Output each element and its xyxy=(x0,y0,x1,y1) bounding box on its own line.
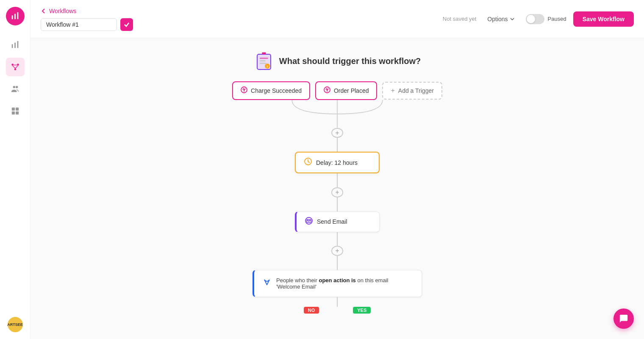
not-saved-label: Not saved yet xyxy=(443,16,477,22)
condition-bold: open action is xyxy=(319,277,355,283)
sidebar-item-workflows[interactable] xyxy=(6,58,25,76)
add-step-2[interactable]: + xyxy=(331,187,343,197)
back-link[interactable]: Workflows xyxy=(41,8,76,14)
svg-line-11 xyxy=(15,66,18,68)
svg-point-12 xyxy=(13,86,15,89)
connector-line-6 xyxy=(337,297,338,307)
email-step[interactable]: Send Email xyxy=(295,211,380,232)
add-step-3[interactable]: + xyxy=(331,246,343,256)
save-workflow-button[interactable]: Save Workflow xyxy=(573,11,634,27)
paused-toggle-wrap: Paused xyxy=(526,14,566,24)
add-step-1[interactable]: + xyxy=(331,128,343,138)
connector-line-4 xyxy=(337,232,338,246)
connector-line-1 xyxy=(337,138,338,152)
add-trigger-label: Add a Trigger xyxy=(398,87,434,94)
sidebar: ARTSEE xyxy=(0,0,31,339)
svg-rect-16 xyxy=(11,111,14,114)
delay-icon xyxy=(304,158,312,167)
svg-rect-17 xyxy=(15,111,18,114)
add-trigger-plus-icon: + xyxy=(391,87,394,94)
svg-point-7 xyxy=(17,64,19,66)
svg-text:!: ! xyxy=(266,65,268,69)
trigger-title: What should trigger this workflow? xyxy=(279,56,421,66)
trigger-nodes-row: Charge Succeeded Order Placed + Add a Tr… xyxy=(232,81,442,100)
svg-rect-21 xyxy=(260,60,266,61)
main-area: Workflows Not saved yet Options xyxy=(31,0,644,339)
options-button[interactable]: Options xyxy=(483,13,519,25)
trigger-order-placed[interactable]: Order Placed xyxy=(315,81,377,100)
sidebar-avatar[interactable]: ARTSEE xyxy=(8,317,23,332)
sidebar-item-analytics[interactable] xyxy=(6,36,25,54)
order-label: Order Placed xyxy=(334,87,369,94)
workflow-name-input[interactable] xyxy=(41,18,117,31)
workflow-name-row xyxy=(41,18,133,31)
sidebar-item-products[interactable] xyxy=(6,102,25,120)
svg-rect-4 xyxy=(14,43,16,48)
condition-text: People who their open action is on this … xyxy=(276,277,388,290)
svg-rect-14 xyxy=(11,108,14,111)
email-icon xyxy=(305,217,313,227)
confirm-name-button[interactable] xyxy=(120,18,133,31)
svg-rect-2 xyxy=(17,12,18,19)
header-right: Not saved yet Options Paused Save Workfl… xyxy=(443,11,634,27)
delay-label: Delay: 12 hours xyxy=(316,159,358,166)
merge-connector-svg xyxy=(231,100,443,128)
order-icon xyxy=(324,86,330,95)
toggle-knob xyxy=(527,15,535,23)
condition-icon xyxy=(263,278,271,289)
svg-line-10 xyxy=(12,66,15,68)
paused-label: Paused xyxy=(548,16,566,22)
trigger-icon: ! xyxy=(254,51,274,71)
sidebar-bottom: ARTSEE xyxy=(8,317,23,332)
svg-rect-20 xyxy=(260,58,268,59)
header: Workflows Not saved yet Options xyxy=(31,0,644,38)
svg-point-8 xyxy=(14,68,16,70)
branch-no-badge: NO xyxy=(304,307,319,314)
trigger-header: ! What should trigger this workflow? xyxy=(254,51,421,71)
trigger-add[interactable]: + Add a Trigger xyxy=(382,82,442,100)
connector-line-2 xyxy=(337,173,338,187)
svg-rect-0 xyxy=(11,15,13,19)
branch-row: NO YES xyxy=(304,307,371,314)
svg-rect-15 xyxy=(15,108,18,111)
charge-icon xyxy=(241,86,247,95)
charge-label: Charge Succeeded xyxy=(251,87,302,94)
trigger-charge-succeeded[interactable]: Charge Succeeded xyxy=(232,81,310,100)
svg-rect-1 xyxy=(14,14,16,19)
email-label: Send Email xyxy=(317,218,347,225)
app-logo[interactable] xyxy=(6,7,25,25)
svg-point-6 xyxy=(11,64,14,66)
canvas: ! What should trigger this workflow? Cha… xyxy=(31,38,644,339)
svg-rect-3 xyxy=(11,44,13,48)
svg-point-13 xyxy=(15,86,17,89)
chat-bubble[interactable] xyxy=(613,308,634,329)
condition-node[interactable]: People who their open action is on this … xyxy=(253,270,422,297)
delay-step[interactable]: Delay: 12 hours xyxy=(295,152,380,173)
branch-yes-badge: YES xyxy=(353,307,371,314)
sidebar-item-people[interactable] xyxy=(6,80,25,98)
svg-rect-5 xyxy=(17,41,18,48)
connector-line-3 xyxy=(337,197,338,211)
paused-toggle[interactable] xyxy=(526,14,544,24)
svg-rect-22 xyxy=(260,63,266,64)
connector-line-5 xyxy=(337,256,338,270)
